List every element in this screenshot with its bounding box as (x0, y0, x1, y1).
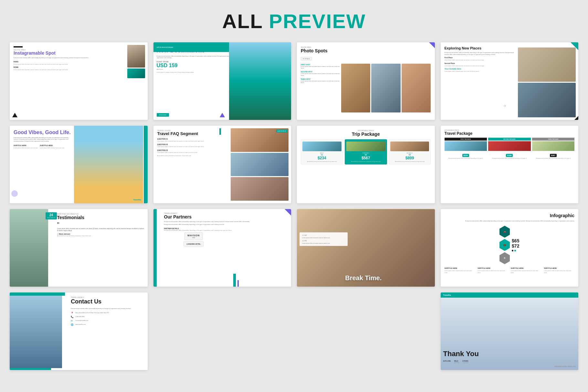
slide11-info-box: 11 AM Lorem ipsum dolor sit ameto sam an… (299, 232, 348, 246)
slide-13[interactable]: TRAVEL AGENCY Contact Us Entrepreneurial… (10, 292, 148, 370)
slide4-sub1-label: First Place (445, 57, 516, 58)
slide1-body: Entrepreneurial activities differ substa… (14, 57, 144, 59)
slide4-img1 (518, 48, 576, 82)
slide14-header: Travellia (441, 292, 579, 298)
slide9-img (10, 209, 48, 287)
slide2-header-text: sell do eiusmod tempor (157, 46, 173, 48)
slide4-title: Exploring New Places (445, 46, 516, 50)
slide3-badge: ★67 Spots (301, 57, 312, 60)
slide-6[interactable]: TRAVEL GUIDE Travel FAQ Segment QUESTION… (153, 126, 291, 203)
slide13-img (10, 296, 62, 368)
slide12-title: Infographic (445, 213, 575, 218)
slide4-black-corner (574, 116, 578, 120)
slide8-pkg1: FIRST PACKAGE $234 Entrepreneurial activ… (445, 138, 487, 159)
slide6-imgs: QUESTION 04 QUESTION 04 (231, 128, 289, 201)
slide14-tags: EXPLORE WILD NATURE ETHNIC CULTURE (443, 360, 576, 364)
slide4-sub3-label: Your Subtitle Here (445, 68, 516, 70)
slide1-sub2-label: ROME (14, 66, 144, 68)
slide13-content: TRAVEL AGENCY Contact Us Entrepreneurial… (68, 292, 147, 332)
slide-8[interactable]: AFFORDABLE PRICE Travel Package FIRST PA… (441, 126, 579, 203)
slide-11[interactable]: 11 AM Lorem ipsum dolor sit ameto sam an… (297, 209, 435, 287)
slide10-purple-accent (237, 280, 239, 287)
slide4-body: Entrepreneurial activities differ substa… (445, 52, 516, 55)
slide4-img-group (518, 48, 576, 117)
slide-5[interactable]: Good Vibes, Good Life. Entrepreneurial a… (10, 126, 148, 203)
email-icon: ✉ (71, 320, 74, 322)
slide4-plane-icon: ✈ (503, 104, 507, 108)
slide-9[interactable]: 24 Years With Us WHAT THEY SAY ABOUT US … (10, 209, 148, 287)
slide13-phone: 📞 1-800-000-0000 (71, 316, 144, 318)
slide13-addr: 📍 Barry Street Avenue No 60 New York Cit… (71, 312, 144, 314)
slide-3[interactable]: SELFIE AREA Photo Spots ★67 Spots FIRST … (297, 42, 435, 120)
slide1-sub1-text: Lorem ipsum dolor sit ameto sam an samin… (14, 63, 144, 65)
slide14-title: Thank You (443, 350, 576, 358)
slide7-pkg1: BASIC 01 $234 A wonderful journey has be… (301, 139, 343, 165)
slides-grid: SELFIE AREA Instagramable Spot Entrepren… (10, 42, 578, 287)
slide14-footer: PRESENTATION TEMPLATE (555, 366, 576, 367)
slide-2[interactable]: sell do eiusmod tempor BEST SELECTION Ne… (153, 42, 291, 120)
slide13-web: 🌐 www.travellia.com (71, 323, 144, 326)
slide5-content: Good Vibes, Good Life. Entrepreneurial a… (14, 130, 78, 149)
slide2-img-right (229, 42, 291, 120)
slide8-pkg2: SECOND PACKAGE $169 Entrepreneurial acti… (488, 138, 531, 159)
slide4-sub3-text: Lorem ipsum dolor sit ameto sam seo lore… (445, 70, 516, 72)
slide-12[interactable]: Infographic Entrepreneurial activities d… (441, 209, 579, 287)
slide12-hex-area: 🚗 💼 ✈ $65 $72 (445, 224, 575, 265)
hex2: 💼 (499, 239, 510, 251)
slide3-title: Photo Spots (301, 48, 431, 53)
slide7-packages: BASIC 01 $234 A wonderful journey has be… (301, 139, 431, 165)
slide1-sub1-label: PARIS (14, 61, 144, 63)
slide-7[interactable]: AFFORDABLE PRICE Trip Package BASIC 01 $… (297, 126, 435, 203)
slide-4[interactable]: Exploring New Places Entrepreneurial act… (441, 42, 579, 120)
slide6-teal-rect (219, 128, 221, 135)
slide8-title: Travel Package (445, 131, 575, 136)
slide5-title: Good Vibes, Good Life. (14, 130, 73, 135)
slide10-triangle (285, 209, 291, 216)
slide-14[interactable]: Travellia Thank You EXPLORE WILD NATURE … (441, 292, 579, 370)
page-title: ALL PREVIEW (10, 10, 578, 33)
slide1-sub2-text: Lorem ipsum dolor sit ameto sam an samin… (14, 69, 144, 70)
slide9-badge: 24 Years With Us (46, 212, 57, 219)
phone-icon: 📞 (71, 316, 74, 318)
slide12-body: Entrepreneurial activities differ substa… (445, 220, 575, 222)
slide10-teal-accent (233, 274, 236, 287)
slide1-bar (14, 46, 23, 48)
slide6-img2: QUESTION 04 (231, 153, 289, 176)
slide3-img3 (402, 64, 431, 112)
hex3: ✈ (499, 252, 510, 264)
slide7-pkg2: STANDARD 02 $567 A wonderful journey has… (345, 139, 387, 165)
web-icon: 🌐 (71, 323, 74, 326)
slide7-pkg3: ADVANCE 03 $899 A wonderful journey has … (389, 139, 431, 165)
slide5-brand: Travellia (133, 199, 141, 201)
address-icon: 📍 (71, 312, 74, 314)
title-preview: PREVIEW (263, 10, 366, 32)
hex1: 🚗 (499, 226, 510, 238)
slide10-teal-rect (153, 209, 157, 287)
slide4-sub2-text: Lorem ipsum dolor sit ameto sam an samin… (445, 65, 516, 67)
slide5-circle (11, 190, 18, 197)
slide3-img1 (341, 64, 371, 112)
title-all: ALL (222, 10, 263, 32)
slide1-img-group (127, 45, 145, 78)
slide-1[interactable]: SELFIE AREA Instagramable Spot Entrepren… (10, 42, 148, 120)
slide13-teal-top (10, 292, 65, 296)
slide4-img2 (518, 83, 576, 117)
slide14-content: Thank You EXPLORE WILD NATURE ETHNIC CUL… (443, 350, 576, 364)
slide13-teal-bottom (10, 368, 51, 370)
slide4-sub2-label: Second Place (445, 62, 516, 64)
slide13-email: ✉ Contact@travellia.com (71, 320, 144, 322)
slide1-triangle (12, 113, 17, 117)
slide7-title: Trip Package (301, 132, 431, 137)
slide-10[interactable]: TRAVEL AGENCY Our Partners Entrepreneuri… (153, 209, 291, 287)
slide2-button[interactable]: BOOK NOW (157, 113, 169, 117)
slide1-img-small (127, 69, 145, 78)
slide8-packages: FIRST PACKAGE $234 Entrepreneurial activ… (445, 138, 575, 159)
slide1-title: Instagramable Spot (14, 51, 144, 56)
slide11-main-text: Break Time. (345, 274, 382, 282)
slide3-img2 (371, 64, 401, 112)
slide8-pkg3: THIRD PACKAGE $367 Entrepreneurial activ… (532, 138, 575, 159)
slide12-cols: SUBTITLE HERE Lorem ipsum dolor sit amet… (445, 267, 575, 273)
slide2-triangle (220, 113, 225, 117)
slide5-img-right (74, 126, 143, 203)
slide14-brand: Travellia (443, 294, 451, 296)
